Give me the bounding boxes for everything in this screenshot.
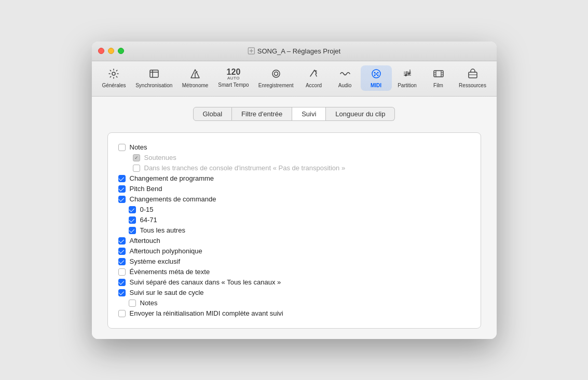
toolbar-label-film: Film: [433, 83, 443, 88]
close-button[interactable]: [98, 48, 104, 54]
toolbar-item-generales[interactable]: Générales: [97, 65, 131, 91]
checkbox-evenements-meta-input[interactable]: [118, 268, 126, 276]
checkbox-0-15: 0-15: [118, 205, 470, 215]
svg-rect-23: [434, 71, 443, 77]
checkbox-0-15-label: 0-15: [140, 206, 154, 213]
checkbox-64-71-input[interactable]: [129, 216, 136, 224]
content-area: Global Filtre d'entrée Suivi Longueur du…: [92, 97, 497, 339]
svg-point-9: [274, 72, 278, 75]
checkbox-suivi-canaux: Suivi séparé des canaux dans « Tous les …: [118, 277, 470, 288]
checkbox-changement-programme: Changement de programme: [118, 173, 470, 184]
checkbox-notes-sub: Notes: [118, 298, 470, 308]
window-title: SONG_A – Réglages Projet: [248, 47, 340, 55]
toolbar-item-partition[interactable]: Partition: [392, 65, 423, 91]
main-window: SONG_A – Réglages Projet Générales: [92, 42, 497, 339]
film-icon: [433, 68, 444, 81]
toolbar-item-metronome[interactable]: Métronome: [177, 65, 213, 91]
traffic-lights: [98, 48, 124, 54]
checkbox-evenements-meta-label: Évènements méta de texte: [130, 268, 210, 276]
checkbox-tous-autres-label: Tous les autres: [140, 226, 185, 234]
checkbox-suivi-canaux-label: Suivi séparé des canaux dans « Tous les …: [130, 278, 281, 286]
gear-icon: [108, 68, 119, 81]
svg-point-8: [272, 70, 280, 77]
tab-global[interactable]: Global: [193, 107, 233, 121]
checkbox-changements-commande: Changements de commande: [118, 194, 470, 205]
checkbox-tranches-label: Dans les tranches de console d'instrumen…: [144, 164, 346, 172]
tab-filtre-entree[interactable]: Filtre d'entrée: [232, 107, 292, 121]
toolbar-item-smart-tempo[interactable]: 120 AUTO Smart Tempo: [213, 65, 254, 91]
checkbox-envoyer-reinit: Envoyer la réinitialisation MIDI complèt…: [118, 308, 470, 319]
toolbar-label-partition: Partition: [398, 83, 417, 88]
checkbox-tous-autres-input[interactable]: [129, 227, 136, 234]
checkbox-suivi-saut: Suivi sur le saut de cycle: [118, 288, 470, 298]
checkbox-changements-commande-label: Changements de commande: [130, 195, 216, 203]
checkbox-changements-commande-input[interactable]: [118, 196, 126, 203]
checkbox-suivi-saut-input[interactable]: [118, 289, 126, 296]
checkbox-suivi-saut-label: Suivi sur le saut de cycle: [130, 289, 204, 296]
tab-suivi[interactable]: Suivi: [292, 107, 326, 121]
checkbox-notes-input[interactable]: [118, 144, 126, 151]
toolbar-item-ressources[interactable]: Ressources: [454, 65, 491, 91]
checkbox-soutenues: Soutenues: [118, 153, 470, 163]
checkbox-tranches-input[interactable]: [133, 165, 140, 172]
checkbox-64-71: 64-71: [118, 215, 470, 225]
toolbar-label-audio: Audio: [338, 83, 352, 88]
svg-point-12: [377, 72, 378, 73]
toolbar-item-accord[interactable]: Accord: [298, 65, 330, 91]
settings-scroll-area[interactable]: Notes Soutenues Dans les tranches de con…: [107, 132, 481, 329]
ressources-icon: [467, 68, 478, 81]
tab-longueur-clip[interactable]: Longueur du clip: [326, 107, 395, 121]
toolbar-label-generales: Générales: [102, 83, 126, 88]
titlebar: SONG_A – Réglages Projet: [92, 42, 497, 61]
toolbar-label-enregistrement: Enregistrement: [258, 83, 294, 88]
checkbox-aftertouch-input[interactable]: [118, 237, 126, 245]
checkbox-pitch-bend-input[interactable]: [118, 185, 126, 193]
maximize-button[interactable]: [118, 48, 124, 54]
checkbox-changement-programme-input[interactable]: [118, 175, 126, 182]
checkbox-systeme-exclusif-label: Système exclusif: [130, 257, 181, 265]
svg-point-13: [374, 74, 375, 76]
checkbox-envoyer-reinit-label: Envoyer la réinitialisation MIDI complèt…: [130, 309, 283, 317]
sync-icon: [148, 68, 160, 81]
checkbox-systeme-exclusif-input[interactable]: [118, 258, 126, 265]
checkbox-evenements-meta: Évènements méta de texte: [118, 267, 470, 277]
svg-point-1: [112, 72, 115, 75]
checkbox-pitch-bend-label: Pitch Bend: [130, 185, 162, 193]
checkbox-changement-programme-label: Changement de programme: [130, 174, 214, 182]
checkbox-envoyer-reinit-input[interactable]: [118, 310, 126, 317]
svg-rect-2: [150, 70, 158, 77]
minimize-button[interactable]: [108, 48, 114, 54]
toolbar-item-midi[interactable]: MIDI: [361, 65, 392, 91]
toolbar-label-accord: Accord: [306, 83, 322, 88]
toolbar-label-ressources: Ressources: [459, 83, 486, 88]
checkbox-systeme-exclusif: Système exclusif: [118, 256, 470, 267]
checkbox-soutenues-input[interactable]: [133, 154, 140, 161]
checkbox-aftertouch-poly: Aftertouch polyphonique: [118, 246, 470, 256]
toolbar-label-midi: MIDI: [371, 83, 381, 88]
record-icon: [270, 68, 282, 81]
checkbox-suivi-canaux-input[interactable]: [118, 279, 126, 286]
svg-point-11: [374, 72, 375, 73]
checkbox-aftertouch: Aftertouch: [118, 236, 470, 246]
toolbar-item-audio[interactable]: Audio: [330, 65, 361, 91]
checkbox-soutenues-label: Soutenues: [144, 154, 176, 161]
toolbar-label-metronome: Métronome: [182, 83, 209, 88]
toolbar-item-enregistrement[interactable]: Enregistrement: [254, 65, 298, 91]
toolbar-label-synchronisation: Synchronisation: [135, 83, 172, 88]
accord-icon: [308, 68, 320, 81]
audio-icon: [339, 68, 351, 81]
checkbox-tous-autres: Tous les autres: [118, 225, 470, 236]
partition-icon: [402, 68, 413, 81]
tabs-row: Global Filtre d'entrée Suivi Longueur du…: [107, 107, 481, 121]
checkbox-notes-sub-input[interactable]: [129, 300, 136, 307]
checkbox-pitch-bend: Pitch Bend: [118, 184, 470, 194]
checkbox-aftertouch-poly-input[interactable]: [118, 248, 126, 255]
toolbar-item-synchronisation[interactable]: Synchronisation: [131, 65, 177, 91]
checkbox-0-15-input[interactable]: [129, 206, 136, 213]
toolbar-item-film[interactable]: Film: [423, 65, 454, 91]
toolbar: Générales Synchronisation Mé: [92, 61, 497, 97]
title-icon: [248, 47, 255, 55]
checkbox-notes-sub-label: Notes: [140, 299, 158, 307]
checkbox-aftertouch-poly-label: Aftertouch polyphonique: [130, 247, 202, 255]
svg-point-14: [377, 74, 378, 76]
